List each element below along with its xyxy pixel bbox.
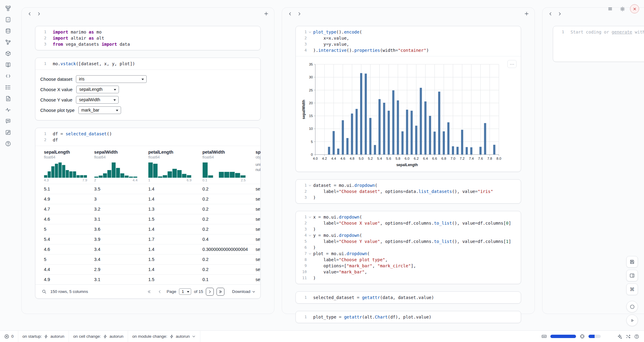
dataset-select[interactable]: iris: [76, 75, 147, 83]
ai-sparkle-icon[interactable]: [617, 334, 622, 339]
logs-icon[interactable]: [3, 94, 13, 103]
run-all-button[interactable]: [626, 315, 638, 326]
interrupt-button[interactable]: [626, 301, 638, 312]
datasets-icon[interactable]: [3, 26, 13, 35]
dependencies-icon[interactable]: [3, 37, 13, 47]
layout-toggle-button[interactable]: [626, 270, 638, 281]
code-line: 5 label="Choose Y value", options=df.col…: [296, 238, 521, 244]
generate-with-ai-link[interactable]: generate: [612, 30, 632, 34]
scratchpad-icon[interactable]: [3, 128, 13, 137]
move-column-left-button[interactable]: [25, 9, 34, 18]
save-button[interactable]: [626, 256, 638, 268]
column-header[interactable]: sepalWidth: [94, 150, 144, 155]
cell-value: setosa: [256, 214, 260, 224]
cell-value: 3.1: [94, 275, 148, 285]
chevron-down-icon: [192, 334, 196, 338]
keyboard-icon[interactable]: [542, 334, 547, 339]
vega-chart[interactable]: 4.04.24.44.64.85.05.25.45.65.86.06.26.46…: [301, 61, 518, 169]
move-column-right-button[interactable]: [555, 9, 564, 18]
add-cell-button[interactable]: [262, 9, 270, 18]
code-editor[interactable]: 1mo.vstack([dataset, x, y, plot]): [35, 58, 260, 69]
code-editor[interactable]: 1df = selected_dataset()2df: [35, 128, 260, 146]
help-icon[interactable]: [634, 334, 639, 339]
column-header[interactable]: sepalLength: [44, 150, 90, 155]
table-row[interactable]: 53.41.50.2setosa: [44, 255, 260, 265]
page-select[interactable]: 1: [179, 288, 191, 295]
code-editor[interactable]: 1import marimo as mo2import altair as al…: [35, 26, 260, 50]
cell-selected-dataset: 1selected_dataset = getattr(data, datase…: [295, 291, 521, 304]
line-number: 1: [296, 29, 307, 35]
settings-button[interactable]: [618, 4, 627, 13]
fold-toggle-icon[interactable]: [307, 251, 313, 257]
fold-toggle-icon[interactable]: [307, 29, 313, 35]
shutdown-button[interactable]: [630, 4, 639, 13]
code-editor[interactable]: 1x = mo.ui.dropdown(2 label="Choose X va…: [296, 211, 521, 284]
table-row[interactable]: 4.63.11.50.2setosa: [44, 214, 260, 224]
cell-imports: 1import marimo as mo2import altair as al…: [35, 26, 261, 50]
file-code-icon[interactable]: f: [3, 15, 13, 24]
code-line: 1x = mo.ui.dropdown(: [296, 214, 521, 220]
table-row[interactable]: 4.63.41.40.30000000000000004setosa: [44, 244, 260, 255]
prev-page-button[interactable]: [156, 288, 164, 296]
memory-meter[interactable]: [589, 335, 601, 338]
help-icon[interactable]: [3, 139, 13, 148]
table-row[interactable]: 5.43.91.70.4setosa: [44, 234, 260, 244]
circle-x-icon: [4, 334, 9, 339]
move-column-right-button[interactable]: [34, 9, 43, 18]
autorun-config-chip[interactable]: on startup:autorun: [18, 331, 69, 342]
keyboard-shortcuts-button[interactable]: ⌘: [626, 283, 638, 295]
cell-value: 3.6: [94, 224, 148, 234]
next-page-button[interactable]: [206, 288, 214, 296]
errors-indicator[interactable]: 0: [0, 331, 18, 342]
autorun-config-chip[interactable]: on cell change:autorun: [69, 331, 128, 342]
cell-placeholder[interactable]: Start coding or generate with AI: [571, 29, 644, 35]
move-column-left-button[interactable]: [286, 9, 294, 18]
code-line: 8 label="Choose plot type",: [296, 257, 521, 263]
svg-text:15: 15: [309, 114, 313, 118]
autorun-config-chip[interactable]: on module change:autorun: [128, 331, 201, 342]
chat-icon[interactable]: [3, 116, 13, 126]
table-search-button[interactable]: [40, 288, 48, 295]
menu-button[interactable]: [606, 4, 615, 13]
table-row[interactable]: 4.42.91.40.2setosa: [44, 265, 260, 275]
last-page-button[interactable]: [216, 288, 224, 296]
table-row[interactable]: 5.13.51.40.2setosa: [44, 184, 260, 194]
fold-toggle-icon[interactable]: [307, 232, 313, 238]
dataset-select-wrap: iris: [76, 75, 147, 83]
y-value-select[interactable]: sepalWidth: [76, 96, 119, 104]
move-column-left-button[interactable]: [546, 9, 555, 18]
move-column-right-button[interactable]: [295, 9, 303, 18]
file-explorer-icon[interactable]: [3, 4, 13, 13]
network-icon[interactable]: [626, 334, 631, 339]
column-header[interactable]: petalLength: [148, 150, 198, 155]
x-value-select[interactable]: sepalLength: [76, 86, 119, 93]
fold-toggle-icon[interactable]: [307, 214, 313, 220]
code-editor[interactable]: 1selected_dataset = getattr(data, datase…: [296, 292, 521, 303]
outline-icon[interactable]: [3, 83, 13, 92]
first-page-button[interactable]: [145, 288, 153, 296]
table-row[interactable]: 4.73.21.30.2setosa: [44, 204, 260, 214]
column-header[interactable]: petalWidth: [202, 150, 251, 155]
code-editor[interactable]: 1 Start coding or generate with AI: [553, 26, 644, 38]
chart-actions-menu-button[interactable]: ⋯: [507, 60, 517, 68]
table-row[interactable]: 4.931.40.2setosa: [44, 194, 260, 204]
dataframe-table: sepalLengthfloat644.37.9sepalWidthfloat6…: [44, 146, 260, 284]
tracing-icon[interactable]: [3, 105, 13, 114]
code-editor[interactable]: 1plot_type().encode(2 x=x.value,3 y=y.va…: [296, 26, 521, 56]
snippets-icon[interactable]: [3, 71, 13, 80]
fold-toggle-icon[interactable]: [307, 182, 313, 188]
code-editor[interactable]: 1dataset = mo.ui.dropdown(2 label="Choos…: [296, 180, 521, 203]
cpu-meter[interactable]: [550, 335, 576, 338]
column-header[interactable]: species: [256, 150, 260, 155]
documentation-icon[interactable]: [3, 60, 13, 69]
svg-text:7.6: 7.6: [478, 157, 483, 160]
plot-type-select[interactable]: mark_bar: [78, 106, 121, 114]
add-cell-button[interactable]: [522, 9, 531, 18]
table-row[interactable]: 53.61.40.2setosa: [44, 224, 260, 234]
download-button[interactable]: Download: [232, 289, 256, 294]
status-bar: 0 on startup:autorunon cell change:autor…: [0, 330, 644, 342]
table-row[interactable]: 4.93.11.50.1setosa: [44, 275, 260, 285]
packages-icon[interactable]: [3, 49, 13, 58]
code-editor[interactable]: 1plot_type = getattr(alt.Chart(df), plot…: [296, 311, 521, 323]
memory-icon[interactable]: [580, 334, 585, 339]
